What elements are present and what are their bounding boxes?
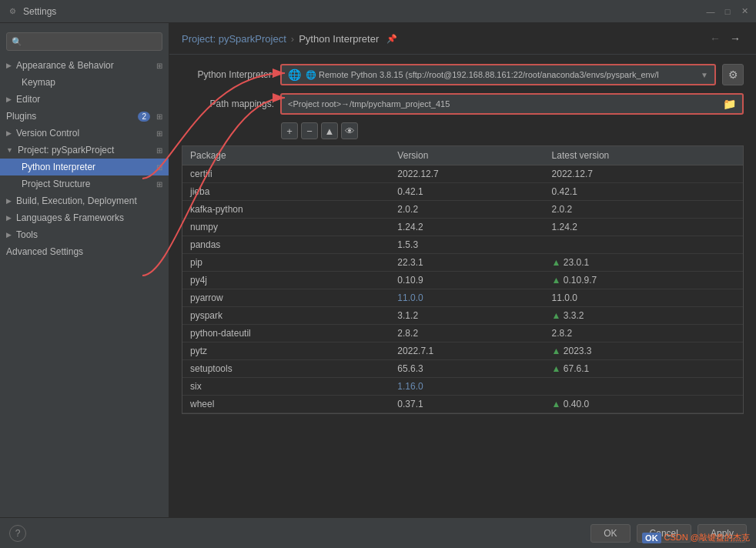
sidebar-item-python-interpreter[interactable]: Python Interpreter ⊞ (0, 159, 169, 175)
sidebar: 🔍 ▶ Appearance & Behavior ⊞ Keymap ▶ Edi… (0, 23, 169, 517)
plus-icon: + (286, 125, 293, 137)
plugins-badge: 2 (138, 112, 150, 122)
package-name: py4j (182, 272, 390, 289)
table-row[interactable]: python-dateutil2.8.22.8.2 (182, 325, 743, 342)
breadcrumb-project[interactable]: Project: pySparkProject (182, 33, 286, 45)
table-row[interactable]: numpy1.24.21.24.2 (182, 219, 743, 236)
package-name: python-dateutil (182, 325, 390, 342)
nav-arrows: ← → (707, 31, 744, 46)
table-row[interactable]: pandas1.5.3 (182, 236, 743, 254)
main-container: 🔍 ▶ Appearance & Behavior ⊞ Keymap ▶ Edi… (0, 23, 756, 517)
package-version: 0.37.1 (390, 396, 544, 413)
show-all-button[interactable]: 👁 (341, 122, 358, 139)
path-mappings-field[interactable]: <Project root>→/tmp/pycharm_project_415 … (280, 93, 744, 115)
interpreter-dropdown[interactable]: 🌐 🌐 Remote Python 3.8.15 (sftp://root@19… (280, 64, 716, 85)
package-version: 2.8.2 (390, 325, 544, 342)
package-version: 22.3.1 (390, 254, 544, 272)
package-name: numpy (182, 219, 390, 236)
search-input[interactable] (25, 36, 157, 47)
table-row[interactable]: pytz2022.7.1▲ 2023.3 (182, 342, 743, 360)
minus-icon: − (306, 125, 313, 137)
package-latest-version: 0.42.1 (544, 183, 743, 201)
package-table: Package Version Latest version certifi20… (182, 146, 743, 413)
package-latest-version: ▲ 0.40.0 (544, 396, 743, 413)
sidebar-item-keymap[interactable]: Keymap (0, 74, 169, 91)
title-bar: ⚙ Settings — □ ✕ (0, 0, 756, 23)
sidebar-item-appearance[interactable]: ▶ Appearance & Behavior ⊞ (0, 57, 169, 74)
package-version: 1.16.0 (390, 378, 544, 396)
sidebar-item-advanced-settings[interactable]: Advanced Settings (0, 243, 169, 260)
package-version: 65.6.3 (390, 360, 544, 378)
package-latest-version: ▲ 67.6.1 (544, 360, 743, 378)
table-row[interactable]: pip22.3.1▲ 23.0.1 (182, 254, 743, 272)
up-arrow-icon: ▲ (325, 125, 335, 137)
sidebar-item-project-structure[interactable]: Project Structure ⊞ (0, 175, 169, 192)
interpreter-label: Python Interpreter: (182, 69, 274, 80)
page-icon: ⊞ (156, 129, 162, 138)
sidebar-item-label: Python Interpreter (22, 162, 95, 172)
sidebar-item-plugins[interactable]: Plugins 2 ⊞ (0, 108, 169, 125)
table-row[interactable]: six1.16.0 (182, 378, 743, 396)
content-area: Project: pySparkProject › Python Interpr… (169, 23, 756, 517)
help-button[interactable]: ? (9, 525, 26, 542)
remote-interpreter-icon: 🌐 (288, 68, 301, 81)
col-header-latest[interactable]: Latest version (544, 146, 743, 165)
path-mappings-row: Path mappings: <Project root>→/tmp/pycha… (182, 93, 744, 115)
package-name: pytz (182, 342, 390, 360)
table-row[interactable]: certifi2022.12.72022.12.7 (182, 165, 743, 183)
forward-arrow[interactable]: → (727, 31, 744, 46)
breadcrumb: Project: pySparkProject › Python Interpr… (169, 23, 756, 55)
package-name: pyarrow (182, 289, 390, 307)
folder-icon[interactable]: 📁 (723, 98, 736, 110)
chevron-right-icon: ▶ (6, 197, 12, 205)
package-latest-version: ▲ 23.0.1 (544, 254, 743, 272)
table-row[interactable]: wheel0.37.1▲ 0.40.0 (182, 396, 743, 413)
sidebar-item-label: Languages & Frameworks (16, 212, 124, 223)
close-button[interactable]: ✕ (739, 6, 750, 17)
sidebar-item-editor[interactable]: ▶ Editor (0, 91, 169, 108)
table-row[interactable]: py4j0.10.9▲ 0.10.9.7 (182, 272, 743, 289)
maximize-button[interactable]: □ (722, 6, 733, 17)
sidebar-item-languages[interactable]: ▶ Languages & Frameworks (0, 209, 169, 226)
package-name: six (182, 378, 390, 396)
package-latest-version (544, 378, 743, 396)
search-box[interactable]: 🔍 (6, 32, 162, 51)
ok-button[interactable]: OK (590, 524, 630, 543)
chevron-right-icon: ▶ (6, 129, 12, 137)
sidebar-item-label: Tools (16, 229, 38, 240)
page-icon: ⊞ (156, 62, 162, 70)
chevron-right-icon: ▶ (6, 214, 12, 222)
add-package-button[interactable]: + (281, 122, 298, 139)
update-package-button[interactable]: ▲ (321, 122, 338, 139)
pin-icon: 📌 (386, 34, 397, 44)
minimize-button[interactable]: — (705, 6, 716, 17)
sidebar-item-project[interactable]: ▼ Project: pySparkProject ⊞ (0, 142, 169, 159)
sidebar-item-label: Version Control (16, 128, 79, 139)
table-row[interactable]: pyspark3.1.2▲ 3.3.2 (182, 307, 743, 325)
col-header-package[interactable]: Package (182, 146, 390, 165)
package-toolbar: + − ▲ 👁 (182, 122, 744, 139)
table-row[interactable]: setuptools65.6.3▲ 67.6.1 (182, 360, 743, 378)
dropdown-arrow-icon[interactable]: ▼ (701, 71, 708, 79)
table-row[interactable]: pyarrow11.0.011.0.0 (182, 289, 743, 307)
chevron-right-icon: ▶ (6, 62, 12, 69)
sidebar-item-tools[interactable]: ▶ Tools (0, 226, 169, 243)
interpreter-settings-button[interactable]: ⚙ (722, 64, 744, 85)
question-icon: ? (15, 528, 21, 539)
back-arrow[interactable]: ← (707, 31, 724, 46)
sidebar-item-build[interactable]: ▶ Build, Execution, Deployment (0, 192, 169, 209)
package-name: wheel (182, 396, 390, 413)
chevron-right-icon: ▶ (6, 95, 12, 103)
package-latest-version: 2.0.2 (544, 201, 743, 219)
chevron-right-icon: ▶ (6, 231, 12, 239)
remove-package-button[interactable]: − (301, 122, 318, 139)
chevron-down-icon: ▼ (6, 146, 13, 154)
table-row[interactable]: jieba0.42.10.42.1 (182, 183, 743, 201)
table-row[interactable]: kafka-python2.0.22.0.2 (182, 201, 743, 219)
package-name: pip (182, 254, 390, 272)
sidebar-item-version-control[interactable]: ▶ Version Control ⊞ (0, 125, 169, 142)
col-header-version[interactable]: Version (390, 146, 544, 165)
watermark-text: CSDN @敲键盘的杰克 (664, 532, 750, 543)
sidebar-item-label: Project: pySparkProject (18, 145, 114, 155)
package-table-wrapper: Package Version Latest version certifi20… (182, 145, 744, 414)
